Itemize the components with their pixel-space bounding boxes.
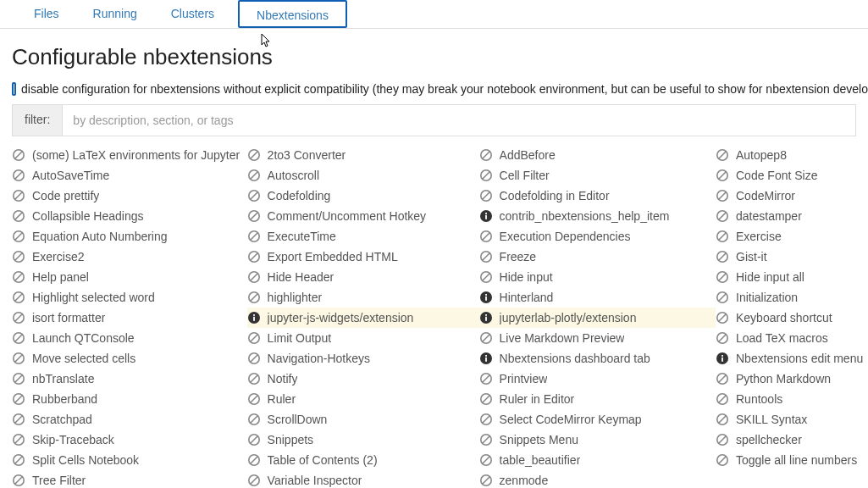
extension-item[interactable]: Table of Contents (2) xyxy=(247,450,479,470)
extension-label: Live Markdown Preview xyxy=(500,331,625,345)
disabled-icon xyxy=(247,413,261,426)
extension-item[interactable]: Hide Header xyxy=(247,267,479,287)
extension-item[interactable]: Autoscroll xyxy=(247,165,479,186)
extension-label: contrib_nbextensions_help_item xyxy=(500,209,670,223)
disabled-icon xyxy=(716,453,729,467)
extension-item[interactable]: Snippets xyxy=(247,430,479,450)
disabled-icon xyxy=(479,169,493,182)
extension-item[interactable]: jupyterlab-plotly/extension xyxy=(479,308,716,328)
tab-running[interactable]: Running xyxy=(76,0,154,28)
extension-item[interactable]: ExecuteTime xyxy=(247,226,479,247)
compat-checkbox[interactable]: ✓ xyxy=(12,82,16,96)
disabled-icon xyxy=(247,433,261,446)
extension-item[interactable]: Codefolding xyxy=(247,186,479,206)
extension-item[interactable]: AutoSaveTime xyxy=(12,165,247,186)
disabled-icon xyxy=(247,148,261,162)
extension-item[interactable]: Equation Auto Numbering xyxy=(12,226,247,247)
extension-label: ExecuteTime xyxy=(268,230,336,243)
extension-item[interactable]: Freeze xyxy=(479,247,716,267)
extension-item[interactable]: Launch QTConsole xyxy=(12,328,247,348)
disabled-icon xyxy=(716,209,729,223)
extension-item[interactable]: Exercise xyxy=(716,226,868,247)
extension-label: Exercise2 xyxy=(32,250,84,263)
disabled-icon xyxy=(12,291,25,304)
extension-item[interactable]: Select CodeMirror Keymap xyxy=(479,409,716,430)
extension-item[interactable]: Limit Output xyxy=(247,328,479,348)
extension-item[interactable]: Split Cells Notebook xyxy=(12,450,247,470)
extension-item[interactable]: Codefolding in Editor xyxy=(479,186,716,206)
extension-item[interactable]: Snippets Menu xyxy=(479,430,716,450)
extension-item[interactable]: Initialization xyxy=(716,287,868,308)
disabled-icon xyxy=(716,392,729,406)
extension-label: Tree Filter xyxy=(32,474,86,487)
disabled-icon xyxy=(479,433,493,446)
extension-item[interactable]: zenmode xyxy=(479,470,716,488)
extension-item[interactable]: Keyboard shortcut xyxy=(716,308,868,328)
extension-item[interactable]: Live Markdown Preview xyxy=(479,328,716,348)
extension-item[interactable]: Ruler in Editor xyxy=(479,389,716,409)
extension-item[interactable]: (some) LaTeX environments for Jupyter xyxy=(12,145,247,165)
extension-item[interactable]: SKILL Syntax xyxy=(716,409,868,430)
extension-item[interactable]: AddBefore xyxy=(479,145,716,165)
extension-item[interactable]: spellchecker xyxy=(716,430,868,450)
extension-label: zenmode xyxy=(500,474,549,487)
filter-input[interactable] xyxy=(63,105,855,136)
extension-item[interactable]: Help panel xyxy=(12,267,247,287)
extension-item[interactable]: Exercise2 xyxy=(12,247,247,267)
extension-item[interactable]: ScrollDown xyxy=(247,409,479,430)
extension-item[interactable]: highlighter xyxy=(247,287,479,308)
extension-item[interactable]: Move selected cells xyxy=(12,348,247,369)
extension-item[interactable]: table_beautifier xyxy=(479,450,716,470)
extension-item[interactable]: Python Markdown xyxy=(716,369,868,389)
extension-item[interactable]: Cell Filter xyxy=(479,165,716,186)
extension-item[interactable]: Rubberband xyxy=(12,389,247,409)
extension-item[interactable]: jupyter-js-widgets/extension xyxy=(247,308,479,328)
disabled-icon xyxy=(12,189,25,202)
extension-item[interactable]: Autopep8 xyxy=(716,145,868,165)
extension-item[interactable]: Execution Dependencies xyxy=(479,226,716,247)
extension-label: Code prettify xyxy=(32,189,99,202)
extension-item[interactable]: datestamper xyxy=(716,206,868,226)
extension-item[interactable]: Printview xyxy=(479,369,716,389)
extension-item[interactable]: Code prettify xyxy=(12,186,247,206)
extension-item[interactable]: Code Font Size xyxy=(716,165,868,186)
extension-item[interactable]: Variable Inspector xyxy=(247,470,479,488)
extension-item[interactable]: Export Embedded HTML xyxy=(247,247,479,267)
extension-item[interactable]: 2to3 Converter xyxy=(247,145,479,165)
disabled-icon xyxy=(247,352,261,365)
extension-grid: (some) LaTeX environments for JupyterAut… xyxy=(12,145,868,488)
extension-item[interactable]: Nbextensions edit menu item xyxy=(716,348,868,369)
extension-item[interactable]: Navigation-Hotkeys xyxy=(247,348,479,369)
extension-item[interactable]: CodeMirror xyxy=(716,186,868,206)
extension-item[interactable]: Collapsible Headings xyxy=(12,206,247,226)
extension-item[interactable]: Tree Filter xyxy=(12,470,247,488)
extension-item[interactable]: Nbextensions dashboard tab xyxy=(479,348,716,369)
disabled-icon xyxy=(247,250,261,263)
extension-item[interactable]: nbTranslate xyxy=(12,369,247,389)
extension-label: Notify xyxy=(268,372,298,385)
tab-files[interactable]: Files xyxy=(17,0,76,28)
extension-item[interactable]: Toggle all line numbers xyxy=(716,450,868,470)
tab-nbextensions[interactable]: Nbextensions xyxy=(238,0,347,28)
extension-item[interactable]: Gist-it xyxy=(716,247,868,267)
extension-label: Toggle all line numbers xyxy=(736,453,857,467)
extension-item[interactable]: Scratchpad xyxy=(12,409,247,430)
extension-label: (some) LaTeX environments for Jupyter xyxy=(32,148,240,162)
tab-clusters[interactable]: Clusters xyxy=(154,0,231,28)
extension-item[interactable]: Ruler xyxy=(247,389,479,409)
extension-item[interactable]: Hide input all xyxy=(716,267,868,287)
extension-item[interactable]: Hinterland xyxy=(479,287,716,308)
extension-item[interactable]: Runtools xyxy=(716,389,868,409)
extension-item[interactable]: Hide input xyxy=(479,267,716,287)
extension-item[interactable]: Highlight selected word xyxy=(12,287,247,308)
extension-item[interactable]: Notify xyxy=(247,369,479,389)
extension-item[interactable]: isort formatter xyxy=(12,308,247,328)
disabled-icon xyxy=(479,270,493,284)
disabled-icon xyxy=(716,433,729,446)
extension-item[interactable]: Load TeX macros xyxy=(716,328,868,348)
extension-label: nbTranslate xyxy=(32,372,94,385)
info-icon xyxy=(247,311,261,324)
extension-item[interactable]: Skip-Traceback xyxy=(12,430,247,450)
extension-item[interactable]: contrib_nbextensions_help_item xyxy=(479,206,716,226)
extension-item[interactable]: Comment/Uncomment Hotkey xyxy=(247,206,479,226)
